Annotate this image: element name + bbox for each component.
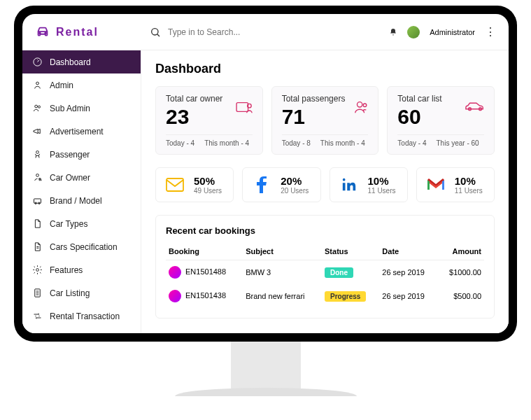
sidebar-item-car-listing[interactable]: Car Listing bbox=[22, 281, 141, 304]
passenger-icon bbox=[32, 149, 43, 160]
sidebar-item-sub-admin[interactable]: Sub Admin bbox=[22, 97, 141, 120]
car-icon bbox=[465, 99, 486, 115]
cell-booking: EN1501438 bbox=[166, 284, 243, 308]
avatar[interactable] bbox=[407, 26, 420, 38]
svg-rect-24 bbox=[167, 178, 183, 191]
social-card-linkedin: 10%11 Users bbox=[330, 167, 408, 202]
table-row[interactable]: EN1501438Brand new ferrariProgress26 sep… bbox=[166, 284, 484, 308]
screen: Rental Administrator ⋮ DashboardAdminSub… bbox=[22, 14, 509, 333]
col-subject: Subject bbox=[243, 243, 322, 260]
svg-point-2 bbox=[152, 28, 158, 34]
row-avatar-icon bbox=[169, 266, 181, 279]
sidebar-item-admin[interactable]: Admin bbox=[22, 74, 141, 97]
megaphone-icon bbox=[32, 126, 43, 136]
passenger-icon bbox=[353, 99, 369, 118]
bookings-title: Recent car bookings bbox=[166, 225, 484, 236]
facebook-icon bbox=[250, 175, 274, 195]
svg-point-6 bbox=[35, 105, 38, 108]
bell-icon[interactable] bbox=[389, 28, 397, 36]
sidebar-item-label: Sub Admin bbox=[50, 104, 90, 113]
col-amount: Amount bbox=[438, 243, 484, 260]
sidebar-item-dashboard[interactable]: Dashboard bbox=[22, 50, 141, 74]
cell-booking: EN1501488 bbox=[166, 260, 243, 285]
user-role: Administrator bbox=[430, 28, 475, 36]
sidebar-item-advertisement[interactable]: Advertisement bbox=[22, 120, 141, 143]
svg-point-5 bbox=[36, 82, 39, 85]
svg-point-20 bbox=[357, 102, 362, 107]
monitor-stand-base bbox=[175, 388, 357, 396]
svg-point-0 bbox=[39, 32, 41, 34]
carowner-icon bbox=[32, 172, 43, 183]
cell-amount: $500.00 bbox=[438, 284, 484, 308]
bookings-table: BookingSubjectStatusDateAmount EN1501488… bbox=[166, 243, 484, 308]
cell-date: 26 sep 2019 bbox=[379, 284, 438, 308]
sidebar-item-label: Car Listing bbox=[50, 288, 90, 298]
social-pct: 10% bbox=[455, 175, 483, 187]
social-users: 49 Users bbox=[194, 187, 222, 195]
stat-card-owner: Total car owner23Today - 4This month - 4 bbox=[155, 86, 263, 155]
sidebar-item-car-types[interactable]: Car Types bbox=[22, 212, 141, 235]
sidebar-item-passenger[interactable]: Passenger bbox=[22, 143, 141, 166]
owner-icon bbox=[236, 99, 254, 118]
kebab-icon[interactable]: ⋮ bbox=[485, 25, 496, 38]
sidebar-item-label: Features bbox=[50, 265, 83, 275]
sidebar-item-label: Admin bbox=[50, 80, 73, 90]
page-title: Dashboard bbox=[155, 62, 495, 76]
cell-status: Done bbox=[322, 260, 379, 285]
gmail-icon bbox=[424, 175, 448, 195]
topbar: Rental Administrator ⋮ bbox=[22, 14, 509, 50]
spec-icon bbox=[32, 241, 43, 252]
social-users: 11 Users bbox=[455, 187, 483, 195]
cell-date: 26 sep 2019 bbox=[379, 260, 438, 285]
svg-point-7 bbox=[38, 106, 40, 108]
cell-subject: BMW 3 bbox=[243, 260, 322, 285]
bookings-card: Recent car bookings BookingSubjectStatus… bbox=[155, 215, 495, 318]
top-right: Administrator ⋮ bbox=[389, 25, 496, 38]
table-row[interactable]: EN1501488BMW 3Done26 sep 2019$1000.00 bbox=[166, 260, 484, 285]
search-input[interactable] bbox=[168, 27, 294, 37]
sidebar-item-label: Cars Specification bbox=[50, 242, 118, 252]
brand-icon bbox=[32, 195, 43, 206]
stat-sub: Today - 4This year - 60 bbox=[397, 134, 484, 147]
sidebar-item-brand-model[interactable]: Brand / Model bbox=[22, 189, 141, 212]
sidebar: DashboardAdminSub AdminAdvertisementPass… bbox=[22, 50, 141, 333]
social-pct: 10% bbox=[368, 175, 396, 187]
body: DashboardAdminSub AdminAdvertisementPass… bbox=[22, 50, 509, 333]
users-icon bbox=[32, 103, 43, 113]
svg-rect-25 bbox=[342, 183, 345, 190]
monitor-frame: Rental Administrator ⋮ DashboardAdminSub… bbox=[14, 6, 517, 342]
status-badge: Done bbox=[325, 267, 353, 278]
social-users: 20 Users bbox=[281, 187, 309, 195]
col-date: Date bbox=[379, 243, 438, 260]
social-row: 50%49 Users20%20 Users10%11 Users10%11 U… bbox=[155, 167, 495, 202]
transaction-icon bbox=[32, 311, 43, 321]
sidebar-item-label: Brand / Model bbox=[50, 196, 102, 206]
svg-point-1 bbox=[45, 32, 46, 34]
status-badge: Progress bbox=[325, 291, 366, 302]
search-wrap bbox=[150, 27, 381, 38]
social-users: 11 Users bbox=[368, 187, 396, 195]
car-icon bbox=[35, 24, 50, 40]
svg-rect-18 bbox=[236, 103, 248, 112]
social-card-email: 50%49 Users bbox=[155, 167, 234, 202]
search-icon bbox=[150, 27, 161, 38]
svg-point-21 bbox=[364, 104, 367, 107]
cell-amount: $1000.00 bbox=[438, 260, 484, 285]
social-card-facebook: 20%20 Users bbox=[242, 167, 320, 202]
sidebar-item-rental-transaction[interactable]: Rental Transaction bbox=[22, 304, 141, 328]
col-booking: Booking bbox=[166, 243, 243, 260]
social-pct: 20% bbox=[281, 175, 309, 187]
sidebar-item-car-owner[interactable]: Car Owner bbox=[22, 166, 141, 189]
stat-card-passenger: Total passengers71Today - 8This month - … bbox=[271, 86, 379, 155]
sidebar-item-label: Advertisement bbox=[50, 127, 104, 136]
list-icon bbox=[32, 288, 43, 298]
row-avatar-icon bbox=[169, 290, 181, 302]
sidebar-item-label: Passenger bbox=[50, 150, 90, 160]
brand-logo[interactable]: Rental bbox=[35, 24, 141, 40]
brand-text: Rental bbox=[56, 26, 99, 38]
social-pct: 50% bbox=[194, 175, 222, 187]
sidebar-item-label: Rental Transaction bbox=[50, 312, 120, 321]
sidebar-item-cars-specification[interactable]: Cars Specification bbox=[22, 235, 141, 258]
sidebar-item-features[interactable]: Features bbox=[22, 258, 141, 281]
stat-sub: Today - 8This month - 4 bbox=[282, 134, 369, 147]
